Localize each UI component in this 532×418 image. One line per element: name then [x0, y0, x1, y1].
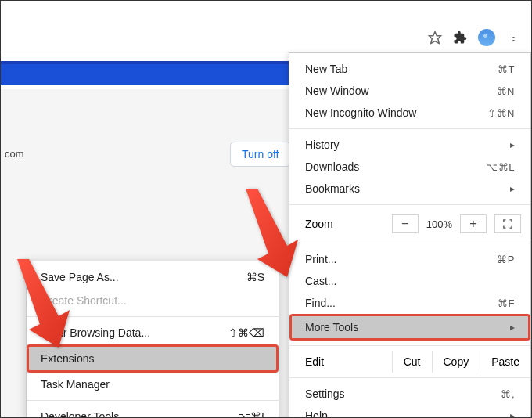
- chrome-main-menu: New Tab⌘T New Window⌘N New Incognito Win…: [289, 52, 531, 418]
- menu-new-incognito[interactable]: New Incognito Window⇧⌘N: [289, 102, 530, 124]
- url-fragment: com: [5, 148, 24, 160]
- menu-downloads[interactable]: Downloads⌥⌘L: [289, 156, 530, 178]
- edit-paste[interactable]: Paste: [480, 351, 530, 373]
- zoom-percent: 100%: [419, 218, 460, 230]
- submenu-create-shortcut: Create Shortcut...: [27, 289, 279, 312]
- browser-toolbar: [0, 23, 531, 52]
- edit-cut[interactable]: Cut: [392, 351, 432, 373]
- menu-help[interactable]: Help▸: [289, 405, 530, 418]
- chevron-right-icon: ▸: [510, 322, 515, 333]
- menu-new-tab[interactable]: New Tab⌘T: [289, 58, 530, 80]
- svg-marker-0: [430, 31, 441, 43]
- menu-new-window[interactable]: New Window⌘N: [289, 80, 530, 102]
- menu-print[interactable]: Print...⌘P: [289, 248, 530, 270]
- fullscreen-button[interactable]: [494, 214, 521, 233]
- zoom-in-button[interactable]: +: [460, 214, 487, 233]
- turn-off-button[interactable]: Turn off: [230, 142, 290, 167]
- menu-more-tools[interactable]: More Tools▸: [289, 314, 530, 341]
- profile-avatar[interactable]: [478, 29, 495, 46]
- submenu-task-manager[interactable]: Task Manager: [27, 373, 279, 396]
- menu-find[interactable]: Find...⌘F: [289, 292, 530, 314]
- submenu-extensions[interactable]: Extensions: [27, 344, 279, 373]
- menu-zoom: Zoom − 100% +: [289, 210, 530, 238]
- chevron-right-icon: ▸: [510, 183, 515, 194]
- more-tools-submenu: Save Page As...⌘S Create Shortcut... Cle…: [26, 261, 279, 418]
- menu-cast[interactable]: Cast...: [289, 270, 530, 292]
- submenu-clear-data[interactable]: Clear Browsing Data...⇧⌘⌫: [27, 321, 279, 344]
- chevron-right-icon: ▸: [510, 139, 515, 150]
- extensions-icon[interactable]: [453, 31, 467, 45]
- page-banner-blue: [1, 61, 290, 85]
- menu-icon[interactable]: [506, 31, 520, 45]
- submenu-save-page[interactable]: Save Page As...⌘S: [27, 265, 279, 289]
- submenu-dev-tools[interactable]: Developer Tools⌥⌘I: [27, 405, 279, 418]
- star-icon[interactable]: [428, 31, 442, 45]
- menu-bookmarks[interactable]: Bookmarks▸: [289, 178, 530, 200]
- menu-edit-row: Edit Cut Copy Paste: [289, 351, 530, 373]
- chevron-right-icon: ▸: [510, 410, 515, 418]
- edit-copy[interactable]: Copy: [432, 351, 480, 373]
- menu-history[interactable]: History▸: [289, 134, 530, 156]
- zoom-out-button[interactable]: −: [392, 214, 419, 233]
- menu-settings[interactable]: Settings⌘,: [289, 383, 530, 405]
